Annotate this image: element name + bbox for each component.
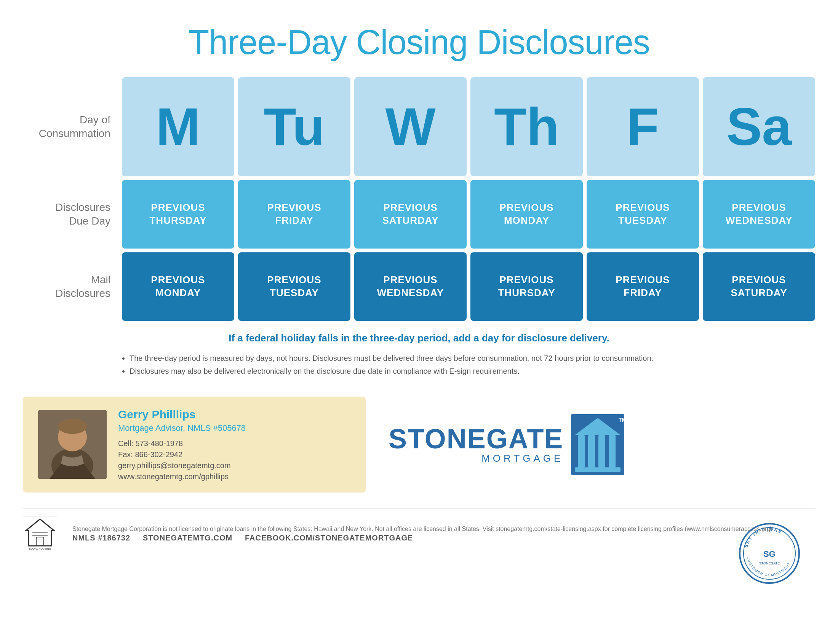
grid: MTuWThFSa PREVIOUSTHURSDAYPREVIOUSFRIDAY… [122,77,815,321]
bullet-notes: The three-day period is measured by days… [23,352,815,378]
stonegate-text: STONEGATE MORTGAGE [389,425,563,464]
day-cell: Th [471,77,583,176]
contact-email: gerry.phillips@stonegatemtg.com [118,461,246,470]
svg-rect-10 [575,467,621,472]
svg-text:CUSTOMER COMMITMENT: CUSTOMER COMMITMENT [746,557,791,577]
mail-disclosures-label: MailDisclosures [23,252,114,321]
holiday-note: If a federal holiday falls in the three-… [23,332,815,344]
stonegate-name: STONEGATE [389,425,563,453]
contact-info: Gerry Philllips Mortgage Advisor, NMLS #… [118,408,246,481]
footer: EQUAL HOUSING OPPORTUNITY Stonegate Mort… [23,508,815,550]
contact-name: Gerry Philllips [118,408,246,421]
footer-nmls: NMLS #186732 [72,534,130,542]
mail-disclosure-cell: PREVIOUSWEDNESDAY [354,252,467,321]
svg-rect-6 [578,435,585,467]
svg-text:STONEGATE: STONEGATE [759,562,780,565]
footer-content: Stonegate Mortgage Corporation is not li… [72,524,815,543]
mail-row: PREVIOUSMONDAYPREVIOUSTUESDAYPREVIOUSWED… [122,252,815,321]
disclosure-due-cell: PREVIOUSTHURSDAY [122,180,234,248]
bullet-item: The three-day period is measured by days… [130,352,815,365]
disclosure-due-cell: PREVIOUSSATURDAY [354,180,467,248]
contact-card: Gerry Philllips Mortgage Advisor, NMLS #… [23,397,365,493]
mail-disclosure-cell: PREVIOUSSATURDAY [703,252,815,321]
disclosures-row: PREVIOUSTHURSDAYPREVIOUSFRIDAYPREVIOUSSA… [122,180,815,248]
seal-badge: SET IN STONE CUSTOMER COMMITMENT SG STON… [739,523,800,584]
mail-disclosure-cell: PREVIOUSTHURSDAY [471,252,583,321]
day-cell: Sa [703,77,815,176]
footer-links: NMLS #186732 STONEGATEMTG.COM FACEBOOK.C… [72,534,815,542]
pillar-icon: TM [571,414,624,475]
disclosure-due-cell: PREVIOUSTUESDAY [587,180,699,248]
footer-facebook: FACEBOOK.COM/STONEGATEMORTGAGE [245,534,413,542]
svg-rect-9 [609,435,616,467]
mail-disclosure-cell: PREVIOUSTUESDAY [238,252,351,321]
footer-disclaimer: Stonegate Mortgage Corporation is not li… [72,524,815,534]
disclosure-due-cell: PREVIOUSWEDNESDAY [703,180,815,248]
day-cell: M [122,77,234,176]
svg-rect-8 [598,435,605,467]
day-cell: Tu [238,77,351,176]
contact-cell: Cell: 573-480-1978 [118,439,246,448]
disclosure-due-cell: PREVIOUSMONDAY [471,180,583,248]
disclosure-due-cell: PREVIOUSFRIDAY [238,180,351,248]
svg-text:EQUAL HOUSING: EQUAL HOUSING [29,547,51,550]
equal-housing-icon: EQUAL HOUSING OPPORTUNITY [23,516,57,550]
contact-fax: Fax: 866-302-2942 [118,450,246,459]
bullet-item: Disclosures may also be delivered electr… [130,365,815,378]
contact-job-title: Mortgage Advisor, NMLS #505678 [118,423,246,433]
main-table: Day ofConsummation DisclosuresDue Day Ma… [23,77,815,321]
contact-section: Gerry Philllips Mortgage Advisor, NMLS #… [23,397,815,493]
day-cell: F [587,77,699,176]
day-label: Day ofConsummation [23,77,114,176]
disclosures-due-label: DisclosuresDue Day [23,180,114,248]
logo-area: STONEGATE MORTGAGE TM [389,414,815,475]
day-row: MTuWThFSa [122,77,815,176]
mail-disclosure-cell: PREVIOUSMONDAY [122,252,234,321]
contact-web: www.stonegatemtg.com/gphillips [118,472,246,481]
stonegate-sub: MORTGAGE [481,453,563,464]
svg-rect-7 [588,435,595,467]
contact-photo [38,410,107,479]
row-labels: Day ofConsummation DisclosuresDue Day Ma… [23,77,114,321]
svg-point-3 [58,419,87,434]
page-title: Three-Day Closing Disclosures [23,15,815,62]
svg-text:TM: TM [619,417,624,423]
mail-disclosure-cell: PREVIOUSFRIDAY [587,252,699,321]
svg-text:SET IN STONE: SET IN STONE [744,527,783,548]
svg-text:SG: SG [763,549,775,559]
day-cell: W [354,77,467,176]
footer-site: STONEGATEMTG.COM [143,534,232,542]
